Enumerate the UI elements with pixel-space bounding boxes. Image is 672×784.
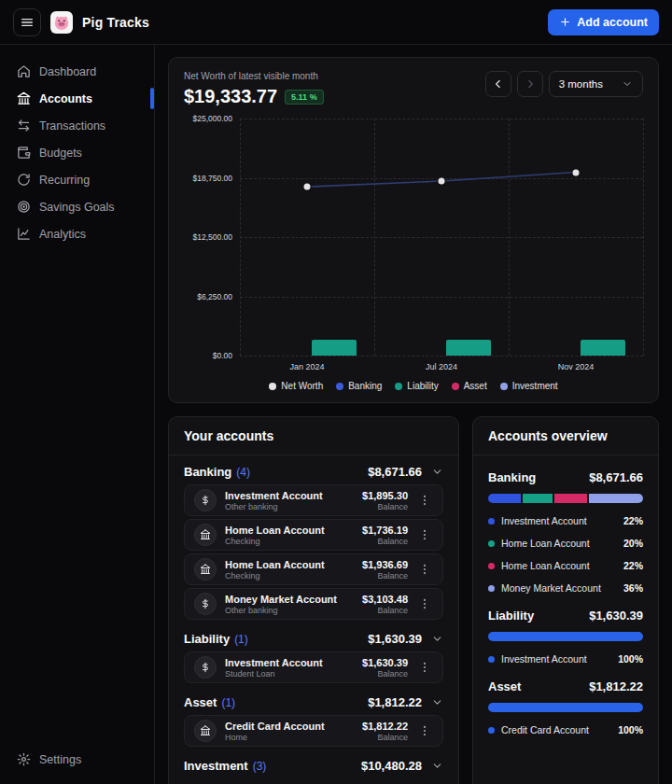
overview-bar-segment bbox=[488, 703, 643, 712]
legend-label: Investment bbox=[512, 381, 558, 391]
account-subtype: Checking bbox=[225, 537, 325, 546]
range-selector-value: 3 months bbox=[559, 78, 603, 90]
overview-bar-segment bbox=[554, 494, 587, 503]
sidebar-item-analytics[interactable]: Analytics bbox=[9, 220, 145, 247]
legend-dot bbox=[395, 383, 402, 390]
overview-section-total: $1,812.22 bbox=[589, 679, 643, 693]
add-account-button[interactable]: Add account bbox=[548, 9, 659, 35]
kebab-icon bbox=[418, 563, 431, 576]
account-balance-label: Balance bbox=[377, 733, 408, 742]
sidebar-item-savings-goals[interactable]: Savings Goals bbox=[9, 193, 145, 220]
group-count: (3) bbox=[253, 760, 267, 773]
sidebar-item-label: Transactions bbox=[39, 119, 105, 133]
overview-account-name: Investment Account bbox=[501, 515, 587, 526]
overview-section-liability: Liability$1,630.39Investment Account100% bbox=[488, 609, 643, 665]
overview-account-percent: 100% bbox=[618, 653, 643, 665]
overview-account-percent: 22% bbox=[623, 560, 643, 571]
kebab-icon bbox=[418, 724, 431, 737]
overview-account-percent: 100% bbox=[618, 724, 643, 735]
account-balance-label: Balance bbox=[377, 571, 408, 581]
sidebar-item-transactions[interactable]: Transactions bbox=[9, 112, 145, 139]
net-worth-label: Net Worth of latest visible month bbox=[184, 71, 324, 81]
overview-section-name: Liability bbox=[488, 609, 534, 623]
sidebar-item-accounts[interactable]: Accounts bbox=[9, 85, 145, 112]
chevron-down-icon bbox=[622, 78, 633, 90]
account-name: Home Loan Account bbox=[225, 559, 325, 570]
legend-label: Banking bbox=[348, 381, 382, 391]
account-menu-button[interactable] bbox=[416, 558, 433, 581]
account-info: Home Loan AccountChecking bbox=[225, 525, 325, 546]
account-color-dot bbox=[488, 563, 495, 569]
menu-button[interactable] bbox=[13, 8, 41, 36]
account-balance: $1,736.19 bbox=[362, 525, 408, 536]
account-row[interactable]: Home Loan AccountChecking$1,936.69Balanc… bbox=[184, 553, 443, 585]
overview-bar bbox=[488, 632, 643, 641]
sidebar-item-recurring[interactable]: Recurring bbox=[9, 166, 145, 193]
account-rows: Investment AccountOther banking$1,895.30… bbox=[184, 484, 443, 620]
legend-item-asset: Asset bbox=[452, 381, 487, 391]
range-selector[interactable]: 3 months bbox=[549, 71, 643, 97]
overview-section-banking: Banking$8,671.66Investment Account22%Hom… bbox=[488, 470, 643, 594]
net-worth-line bbox=[240, 119, 643, 356]
sidebar-item-label: Settings bbox=[39, 753, 81, 766]
overview-bar-segment bbox=[523, 494, 553, 503]
kebab-icon bbox=[418, 597, 431, 610]
group-total: $10,480.28 bbox=[361, 759, 422, 773]
account-color-dot bbox=[488, 656, 495, 663]
overview-content: Banking$8,671.66Investment Account22%Hom… bbox=[473, 470, 658, 762]
account-row[interactable]: Home Loan AccountChecking$1,736.19Balanc… bbox=[184, 519, 443, 551]
account-group-header[interactable]: Investment(3)$10,480.28 bbox=[184, 749, 443, 778]
account-group-asset: Asset(1)$1,812.22Credit Card AccountHome… bbox=[184, 686, 443, 747]
y-axis-tick: $6,250.00 bbox=[197, 292, 232, 301]
legend-label: Net Worth bbox=[281, 381, 323, 391]
account-balance-label: Balance bbox=[377, 537, 408, 546]
overview-section-header: Liability$1,630.39 bbox=[488, 609, 643, 623]
sidebar-item-dashboard[interactable]: Dashboard bbox=[9, 58, 145, 85]
account-menu-button[interactable] bbox=[416, 593, 433, 615]
x-axis-label: Nov 2024 bbox=[509, 362, 643, 371]
account-icon bbox=[194, 558, 217, 581]
account-group-header[interactable]: Liability(1)$1,630.39 bbox=[184, 623, 443, 651]
net-worth-summary: Net Worth of latest visible month $19,33… bbox=[184, 71, 324, 107]
account-color-dot bbox=[488, 585, 495, 592]
account-info: Investment AccountOther banking bbox=[225, 490, 323, 511]
account-menu-button[interactable] bbox=[416, 489, 433, 511]
account-row[interactable]: Investment AccountStudent Loan$1,630.39B… bbox=[184, 651, 443, 683]
account-info: Credit Card AccountHome bbox=[225, 721, 325, 742]
net-worth-change-badge: 5.11 % bbox=[285, 90, 324, 105]
overview-row: Investment Account100% bbox=[488, 653, 643, 665]
group-total: $1,812.22 bbox=[368, 695, 422, 709]
sidebar-item-label: Budgets bbox=[39, 147, 82, 160]
settings-icon bbox=[17, 752, 31, 766]
account-color-dot bbox=[488, 727, 495, 734]
account-balance: $3,103.48 bbox=[362, 594, 408, 605]
account-menu-button[interactable] bbox=[416, 656, 433, 679]
account-group-header[interactable]: Banking(4)$8,671.66 bbox=[184, 455, 443, 484]
y-axis-tick: $25,000.00 bbox=[192, 114, 232, 123]
y-axis-tick: $12,500.00 bbox=[192, 232, 232, 242]
sidebar-item-settings[interactable]: Settings bbox=[9, 746, 145, 773]
legend-item-liability: Liability bbox=[395, 381, 438, 391]
overview-account-name: Home Loan Account bbox=[501, 560, 590, 571]
x-axis-label: Jan 2024 bbox=[240, 362, 374, 371]
net-worth-card: Net Worth of latest visible month $19,33… bbox=[168, 57, 659, 403]
sidebar-item-label: Recurring bbox=[39, 174, 90, 187]
account-menu-button[interactable] bbox=[416, 524, 433, 546]
account-balance-label: Balance bbox=[377, 502, 408, 511]
prev-period-button[interactable] bbox=[485, 71, 511, 97]
account-group-header[interactable]: Asset(1)$1,812.22 bbox=[184, 686, 443, 715]
menu-icon bbox=[20, 15, 35, 30]
your-accounts-title: Your accounts bbox=[169, 417, 458, 455]
account-row[interactable]: Investment AccountOther banking$1,895.30… bbox=[184, 484, 443, 516]
account-row[interactable]: Money Market AccountOther banking$3,103.… bbox=[184, 588, 443, 620]
legend-dot bbox=[500, 383, 508, 390]
sidebar-item-budgets[interactable]: Budgets bbox=[9, 139, 145, 166]
account-menu-button[interactable] bbox=[416, 720, 433, 742]
account-group-liability: Liability(1)$1,630.39Investment AccountS… bbox=[184, 623, 443, 683]
account-row[interactable]: Credit Card AccountHome$1,812.22Balance bbox=[184, 715, 443, 747]
next-period-button[interactable] bbox=[517, 71, 543, 97]
overview-section-header: Asset$1,812.22 bbox=[488, 679, 643, 693]
overview-account-percent: 20% bbox=[623, 538, 643, 549]
overview-bar bbox=[488, 494, 643, 503]
overview-row: Credit Card Account100% bbox=[488, 724, 643, 735]
